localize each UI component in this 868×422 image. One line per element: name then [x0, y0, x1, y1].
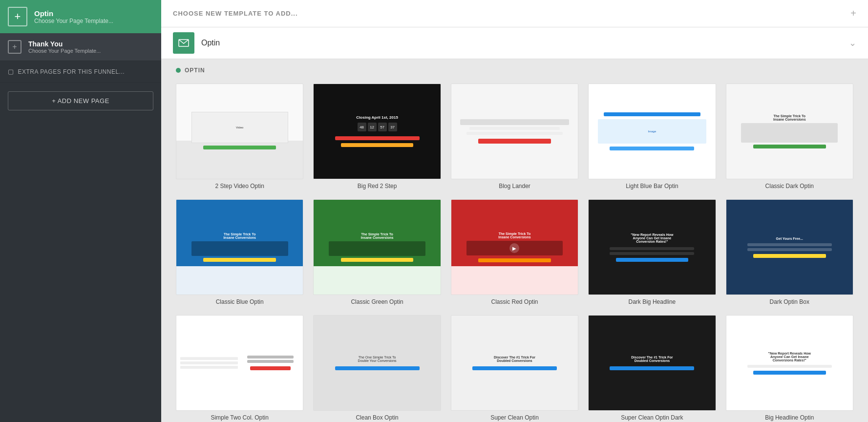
template-name: Super Clean Optin Dark [588, 414, 716, 421]
template-thumbnail: Closing April 1st, 201548125737 [313, 84, 441, 179]
template-item[interactable]: Closing April 1st, 201548125737Big Red 2… [313, 84, 441, 190]
sidebar-optin-item[interactable]: + Optin Choose Your Page Template... [0, 0, 161, 33]
template-item[interactable]: "New Report Reveals HowAnyone Can Get In… [588, 199, 716, 305]
section-dot [176, 68, 181, 73]
template-thumbnail: Image [588, 84, 716, 179]
main-header: CHOOSE NEW TEMPLATE TO ADD... + [161, 0, 868, 27]
template-name: Classic Dark Optin [726, 183, 853, 190]
template-thumbnail: "New Report Reveals HowAnyone Can Get In… [726, 315, 853, 411]
template-grid: Video2 Step Video OptinClosing April 1st… [161, 79, 868, 422]
template-area: OPTIN Video2 Step Video OptinClosing Apr… [161, 59, 868, 422]
optin-bar-chevron-icon[interactable]: ⌄ [849, 38, 856, 48]
template-name: Classic Green Optin [313, 298, 441, 305]
page-icon: ▢ [8, 68, 14, 75]
template-item[interactable]: The One Simple Trick ToDouble Your Conve… [313, 315, 441, 421]
template-thumbnail [451, 84, 578, 179]
sidebar-thank-you-sub: Choose Your Page Template... [28, 48, 101, 54]
template-thumbnail: The Simple Trick ToInsane Conversions [176, 199, 303, 295]
sidebar-optin-icon[interactable]: + [8, 7, 27, 26]
sidebar-thank-you-icon[interactable]: + [8, 40, 21, 54]
template-item[interactable]: The Simple Trick ToInsane Conversions▶Cl… [451, 199, 578, 305]
template-name: Clean Box Optin [313, 414, 441, 421]
section-label: OPTIN [161, 59, 868, 79]
sidebar-optin-title: Optin [34, 9, 113, 18]
template-item[interactable]: The Simple Trick ToInsane ConversionsCla… [313, 199, 441, 305]
sidebar: + Optin Choose Your Page Template... + T… [0, 0, 161, 422]
template-item[interactable]: The Simple Trick ToInsane ConversionsCla… [176, 199, 303, 305]
template-item[interactable]: The Simple Trick ToInsane ConversionsCla… [726, 84, 853, 190]
template-name: Super Clean Optin [451, 414, 578, 421]
template-name: Simple Two Col. Optin [176, 414, 303, 421]
template-thumbnail: Video [176, 84, 303, 179]
main-header-add-icon[interactable]: + [850, 8, 856, 19]
template-name: 2 Step Video Optin [176, 183, 303, 190]
template-thumbnail: Get Yours Free... [726, 199, 853, 295]
optin-bar-label: Optin [201, 39, 220, 47]
template-name: Classic Red Optin [451, 298, 578, 305]
main-header-title: CHOOSE NEW TEMPLATE TO ADD... [173, 10, 298, 17]
template-name: Big Headline Optin [726, 414, 853, 421]
template-name: Dark Optin Box [726, 298, 853, 305]
sidebar-extra-label: EXTRA PAGES FOR THIS FUNNEL... [18, 68, 125, 75]
template-item[interactable]: Discover The #1 Trick ForDoubled Convers… [588, 315, 716, 421]
template-name: Dark Big Headline [588, 298, 716, 305]
template-name: Big Red 2 Step [313, 183, 441, 190]
sidebar-extra-pages[interactable]: ▢ EXTRA PAGES FOR THIS FUNNEL... [0, 61, 161, 83]
main-content: CHOOSE NEW TEMPLATE TO ADD... + Optin ⌄ … [161, 0, 868, 422]
template-thumbnail: Discover The #1 Trick ForDoubled Convers… [588, 315, 716, 411]
sidebar-add-page-section: + ADD NEW PAGE [8, 91, 153, 110]
template-item[interactable]: Blog Lander [451, 84, 578, 190]
optin-bar: Optin ⌄ [161, 27, 868, 59]
sidebar-optin-sub: Choose Your Page Template... [34, 18, 113, 24]
template-thumbnail: The One Simple Trick ToDouble Your Conve… [313, 315, 441, 411]
template-item[interactable]: Video2 Step Video Optin [176, 84, 303, 190]
template-item[interactable]: Discover The #1 Trick ForDoubled Convers… [451, 315, 578, 421]
template-thumbnail: The Simple Trick ToInsane Conversions [313, 199, 441, 295]
template-item[interactable]: Get Yours Free...Dark Optin Box [726, 199, 853, 305]
section-label-text: OPTIN [185, 67, 205, 74]
template-thumbnail: The Simple Trick ToInsane Conversions▶ [451, 199, 578, 295]
template-thumbnail: "New Report Reveals HowAnyone Can Get In… [588, 199, 716, 295]
add-new-page-button[interactable]: + ADD NEW PAGE [8, 91, 153, 110]
template-name: Light Blue Bar Optin [588, 183, 716, 190]
template-thumbnail [176, 315, 303, 411]
template-item[interactable]: "New Report Reveals HowAnyone Can Get In… [726, 315, 853, 421]
template-thumbnail: Discover The #1 Trick ForDoubled Convers… [451, 315, 578, 411]
template-name: Blog Lander [451, 183, 578, 190]
template-name: Classic Blue Optin [176, 298, 303, 305]
template-item[interactable]: Simple Two Col. Optin [176, 315, 303, 421]
sidebar-thank-you-item[interactable]: + Thank You Choose Your Page Template... [0, 33, 161, 61]
template-item[interactable]: ImageLight Blue Bar Optin [588, 84, 716, 190]
optin-bar-icon [173, 32, 194, 54]
sidebar-thank-you-title: Thank You [28, 40, 101, 48]
template-thumbnail: The Simple Trick ToInsane Conversions [726, 84, 853, 179]
